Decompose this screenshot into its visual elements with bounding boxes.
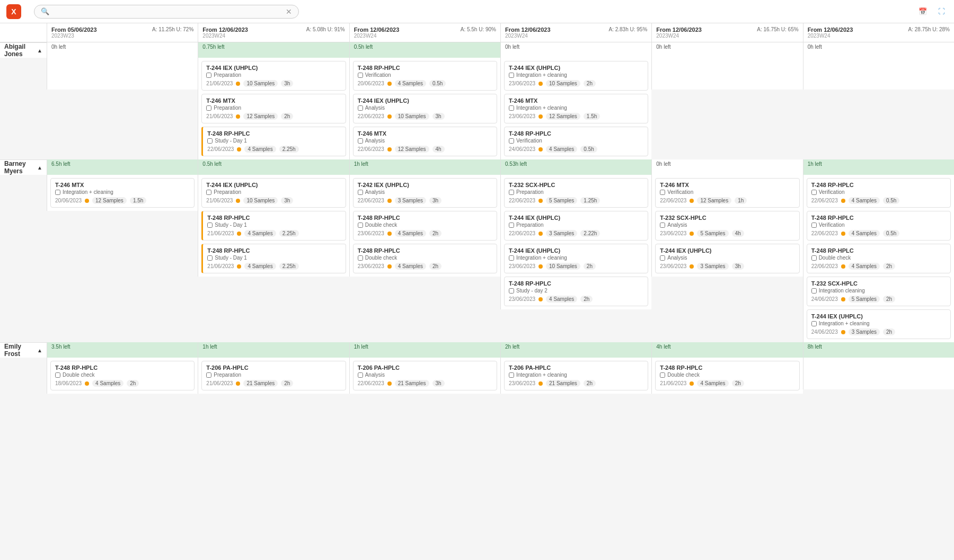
task-checkbox-0-1-0[interactable]: [206, 73, 211, 78]
task-card-0-1-2[interactable]: T-248 RP-HPLC Study - Day 1 22/06/2023 4…: [201, 127, 346, 156]
task-card-0-3-0[interactable]: T-244 IEX (UHPLC) Integration + cleaning…: [504, 61, 648, 91]
task-time-badge: 0.5h: [883, 197, 899, 204]
task-card-1-3-3[interactable]: T-248 RP-HPLC Study - day 2 23/06/2023 4…: [504, 277, 648, 306]
task-card-0-2-1[interactable]: T-244 IEX (UHPLC) Analysis 22/06/2023 10…: [353, 94, 497, 123]
task-card-0-3-1[interactable]: T-246 MTX Integration + cleaning 23/06/2…: [504, 94, 648, 123]
task-card-1-2-0[interactable]: T-242 IEX (UHPLC) Analysis 22/06/2023 3 …: [353, 178, 497, 208]
task-card-1-0-0[interactable]: T-246 MTX Integration + cleaning 20/06/2…: [50, 178, 195, 208]
dot-icon: [387, 147, 392, 152]
search-box[interactable]: 🔍 ✕: [34, 5, 299, 19]
status-bar-2-3: 2h left: [500, 342, 651, 358]
task-card-1-3-2[interactable]: T-244 IEX (UHPLC) Integration + cleaning…: [504, 244, 648, 273]
task-card-1-5-1[interactable]: T-248 RP-HPLC Verification 22/06/2023 4 …: [807, 211, 951, 241]
task-checkbox-1-1-0[interactable]: [206, 190, 211, 195]
task-card-0-1-1[interactable]: T-246 MTX Preparation 21/06/2023 12 Samp…: [201, 94, 346, 123]
task-checkbox-1-1-1[interactable]: [207, 223, 213, 228]
task-checkbox-1-4-2[interactable]: [660, 255, 665, 261]
task-footer: 21/06/2023 10 Samples 3h: [206, 80, 341, 87]
task-card-0-1-0[interactable]: T-244 IEX (UHPLC) Preparation 21/06/2023…: [201, 61, 346, 91]
task-checkbox-1-3-3[interactable]: [509, 288, 514, 294]
task-title: T-206 PA-HPLC: [358, 365, 492, 371]
task-checkbox-2-2-0[interactable]: [358, 372, 363, 378]
task-card-2-0-0[interactable]: T-248 RP-HPLC Double check 18/06/2023 4 …: [50, 361, 195, 390]
task-card-0-2-2[interactable]: T-246 MTX Analysis 22/06/2023 12 Samples…: [353, 127, 497, 156]
task-checkbox-0-3-2[interactable]: [509, 138, 514, 144]
task-card-1-1-1[interactable]: T-248 RP-HPLC Study - Day 1 21/06/2023 4…: [201, 211, 346, 241]
chevron-down-icon-0[interactable]: ▲: [37, 48, 42, 54]
task-checkbox-2-3-0[interactable]: [509, 372, 514, 378]
task-checkbox-1-5-2[interactable]: [811, 255, 817, 261]
task-checkbox-0-3-0[interactable]: [509, 73, 514, 78]
chevron-down-icon-2[interactable]: ▲: [37, 348, 42, 353]
task-checkbox-1-0-0[interactable]: [55, 190, 60, 195]
task-time-badge: 1.25h: [580, 197, 600, 204]
search-input[interactable]: [52, 7, 286, 15]
task-checkbox-1-5-1[interactable]: [811, 223, 817, 228]
task-card-2-4-0[interactable]: T-248 RP-HPLC Double check 21/06/2023 4 …: [655, 361, 799, 390]
task-checkbox-1-5-3[interactable]: [811, 288, 817, 294]
task-title: T-248 RP-HPLC: [207, 130, 341, 137]
task-date: 23/06/2023: [509, 81, 535, 86]
task-checkbox-0-1-1[interactable]: [206, 105, 211, 111]
task-checkbox-1-2-2[interactable]: [358, 255, 363, 261]
task-samples-badge: 4 Samples: [395, 263, 426, 270]
task-checkbox-1-2-1[interactable]: [358, 223, 363, 228]
task-card-2-1-0[interactable]: T-206 PA-HPLC Preparation 21/06/2023 21 …: [201, 361, 346, 390]
dot-icon: [841, 264, 845, 269]
task-checkbox-0-2-0[interactable]: [358, 73, 363, 78]
task-checkbox-1-5-4[interactable]: [811, 321, 817, 326]
task-card-1-5-3[interactable]: T-232 SCX-HPLC Integration cleaning 24/0…: [807, 277, 951, 306]
task-checkbox-0-2-1[interactable]: [358, 105, 363, 111]
task-checkbox-2-0-0[interactable]: [55, 372, 60, 378]
task-type-label: Double check: [667, 372, 700, 378]
task-type-label: Study - day 2: [516, 288, 547, 294]
task-title: T-244 IEX (UHPLC): [811, 313, 946, 319]
task-date: 23/06/2023: [509, 380, 535, 386]
task-card-1-5-0[interactable]: T-248 RP-HPLC Verification 22/06/2023 4 …: [807, 178, 951, 208]
task-card-2-3-0[interactable]: T-206 PA-HPLC Integration + cleaning 23/…: [504, 361, 648, 390]
task-card-1-2-2[interactable]: T-248 RP-HPLC Double check 23/06/2023 4 …: [353, 244, 497, 273]
task-date: 23/06/2023: [660, 230, 686, 236]
task-checkbox-1-3-1[interactable]: [509, 223, 514, 228]
task-checkbox-1-3-0[interactable]: [509, 190, 514, 195]
task-card-1-5-4[interactable]: T-244 IEX (UHPLC) Integration + cleaning…: [807, 309, 951, 339]
task-card-1-1-0[interactable]: T-244 IEX (UHPLC) Preparation 21/06/2023…: [201, 178, 346, 208]
task-card-1-3-0[interactable]: T-232 SCX-HPLC Preparation 22/06/2023 5 …: [504, 178, 648, 208]
task-checkbox-2-1-0[interactable]: [206, 372, 211, 378]
task-title: T-242 IEX (UHPLC): [358, 182, 492, 188]
task-checkbox-1-1-2[interactable]: [207, 255, 213, 261]
task-checkbox-0-3-1[interactable]: [509, 105, 514, 111]
task-card-1-4-0[interactable]: T-246 MTX Verification 22/06/2023 12 Sam…: [655, 178, 799, 208]
task-title: T-244 IEX (UHPLC): [509, 65, 643, 71]
task-type-label: Double check: [819, 255, 851, 261]
task-checkbox-0-1-2[interactable]: [207, 138, 213, 144]
task-checkbox-1-2-0[interactable]: [358, 190, 363, 195]
task-card-0-3-2[interactable]: T-248 RP-HPLC Verification 24/06/2023 4 …: [504, 127, 648, 156]
task-card-1-1-2[interactable]: T-248 RP-HPLC Study - Day 1 21/06/2023 4…: [201, 244, 346, 273]
task-card-1-3-1[interactable]: T-244 IEX (UHPLC) Preparation 22/06/2023…: [504, 211, 648, 241]
task-card-1-4-2[interactable]: T-244 IEX (UHPLC) Analysis 23/06/2023 3 …: [655, 244, 799, 273]
task-time-badge: 4h: [432, 146, 445, 153]
task-checkbox-1-5-0[interactable]: [811, 190, 817, 195]
toggle-fullscreen-button[interactable]: ⛶: [938, 7, 948, 15]
show-past-weeks-button[interactable]: 📅: [918, 7, 930, 15]
task-checkbox-1-4-0[interactable]: [660, 190, 665, 195]
task-checkbox-1-4-1[interactable]: [660, 223, 665, 228]
task-checkbox-2-4-0[interactable]: [660, 372, 665, 378]
task-footer: 22/06/2023 12 Samples 1h: [660, 197, 794, 204]
dot-icon: [690, 199, 694, 203]
task-card-1-4-1[interactable]: T-232 SCX-HPLC Analysis 23/06/2023 5 Sam…: [655, 211, 799, 241]
dot-icon: [841, 297, 845, 301]
task-card-2-2-0[interactable]: T-206 PA-HPLC Analysis 22/06/2023 21 Sam…: [353, 361, 497, 390]
task-title: T-248 RP-HPLC: [811, 247, 946, 254]
task-footer: 23/06/2023 12 Samples 1.5h: [509, 113, 643, 120]
chevron-down-icon-1[interactable]: ▲: [37, 165, 42, 171]
search-clear-icon[interactable]: ✕: [286, 7, 292, 16]
dot-icon: [387, 232, 392, 236]
task-card-1-5-2[interactable]: T-248 RP-HPLC Double check 22/06/2023 4 …: [807, 244, 951, 273]
task-card-0-2-0[interactable]: T-248 RP-HPLC Verification 20/06/2023 4 …: [353, 61, 497, 91]
task-card-1-2-1[interactable]: T-248 RP-HPLC Double check 23/06/2023 4 …: [353, 211, 497, 241]
task-checkbox-1-3-2[interactable]: [509, 255, 514, 261]
col-stats-2: A: 5.5h U: 90%: [461, 26, 496, 32]
task-checkbox-0-2-2[interactable]: [358, 138, 363, 144]
